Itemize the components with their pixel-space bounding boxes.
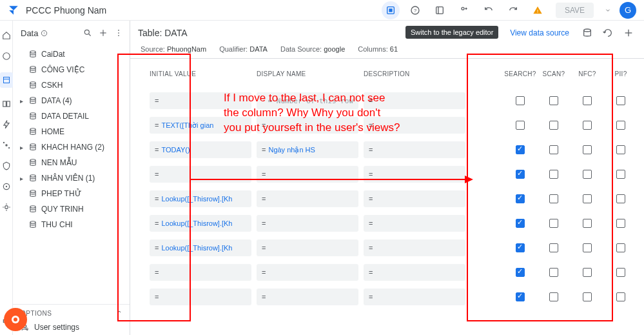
scan-checkbox[interactable] <box>537 170 571 179</box>
formula-cell[interactable]: = <box>150 289 251 305</box>
pii-checkbox[interactable] <box>604 243 638 252</box>
sidebar-item[interactable]: ▸NHÂN VIÊN (1) <box>13 170 130 186</box>
search-checkbox[interactable] <box>503 121 537 130</box>
actions-icon[interactable] <box>2 120 11 129</box>
formula-cell[interactable]: = <box>257 166 358 183</box>
formula-cell[interactable]: = <box>364 141 465 158</box>
undo-icon[interactable] <box>480 1 498 19</box>
home-icon[interactable] <box>2 31 11 40</box>
search-checkbox[interactable] <box>503 194 537 203</box>
formula-cell[interactable]: = <box>364 239 465 256</box>
preview-icon[interactable] <box>431 1 449 19</box>
sidebar-item[interactable]: CSKH <box>13 77 130 93</box>
warning-icon[interactable]: ! <box>529 1 547 19</box>
nfc-checkbox[interactable] <box>571 219 604 228</box>
views-icon[interactable] <box>2 99 11 108</box>
formula-cell[interactable]: = <box>150 166 251 183</box>
sidebar-item[interactable]: THU CHI <box>13 217 130 232</box>
svg-point-31 <box>30 66 35 69</box>
formula-cell[interactable]: =Lookup([_Thisrow].[Kh <box>150 215 251 232</box>
info-icon[interactable] <box>2 52 11 61</box>
intelligence-icon[interactable] <box>2 182 11 191</box>
formula-cell[interactable]: = <box>257 264 358 281</box>
sidebar-item[interactable]: DATA DETAIL <box>13 108 130 124</box>
formula-cell[interactable]: = <box>257 289 358 305</box>
security-icon[interactable] <box>2 161 11 170</box>
user-avatar[interactable]: G <box>620 2 636 19</box>
formula-cell[interactable]: = <box>364 289 465 305</box>
formula-cell[interactable]: =Lookup([_Thisrow].[Kh <box>150 239 251 256</box>
search-checkbox[interactable] <box>503 268 537 277</box>
share-icon[interactable] <box>455 1 473 19</box>
pii-checkbox[interactable] <box>604 170 638 179</box>
automation-icon[interactable] <box>2 141 11 150</box>
pii-checkbox[interactable] <box>604 268 638 277</box>
sidebar-item[interactable]: PHEP THỬ <box>13 186 130 201</box>
scan-checkbox[interactable] <box>537 145 571 154</box>
nfc-checkbox[interactable] <box>571 121 604 130</box>
scan-checkbox[interactable] <box>537 292 571 301</box>
columns-icon[interactable] <box>580 25 595 41</box>
formula-cell[interactable]: = <box>364 264 465 281</box>
scan-checkbox[interactable] <box>537 268 571 277</box>
formula-cell[interactable]: = <box>257 190 358 207</box>
scan-checkbox[interactable] <box>537 243 571 252</box>
save-dropdown-icon[interactable] <box>603 1 613 19</box>
formula-cell[interactable]: = <box>150 264 251 281</box>
pii-checkbox[interactable] <box>604 145 638 154</box>
options-header[interactable]: OPTIONS⌃ <box>13 305 130 320</box>
search-icon[interactable] <box>82 27 93 39</box>
formula-cell[interactable]: = <box>257 239 358 256</box>
search-checkbox[interactable] <box>503 219 537 228</box>
formula-cell[interactable]: = <box>257 215 358 232</box>
redo-icon[interactable] <box>504 1 522 19</box>
nfc-checkbox[interactable] <box>571 194 604 203</box>
scan-checkbox[interactable] <box>537 121 571 130</box>
sidebar-item[interactable]: ▸KHACH HANG (2) <box>13 139 130 155</box>
sidebar-item[interactable]: CaiDat <box>13 46 130 62</box>
nfc-checkbox[interactable] <box>571 292 604 301</box>
more-icon[interactable] <box>113 27 124 39</box>
user-settings-item[interactable]: User settings <box>13 320 130 335</box>
sidebar-item[interactable]: QUY TRINH <box>13 201 130 217</box>
sidebar-item[interactable]: NEN MẪU <box>13 155 130 170</box>
sidebar-item[interactable]: HOME <box>13 124 130 139</box>
nfc-checkbox[interactable] <box>571 96 604 105</box>
nfc-checkbox[interactable] <box>571 268 604 277</box>
manage-icon[interactable] <box>2 203 11 212</box>
help-icon[interactable]: ? <box>406 1 424 19</box>
search-checkbox[interactable] <box>503 96 537 105</box>
sidebar-item[interactable]: CÔNG VIỆC <box>13 62 130 77</box>
nfc-checkbox[interactable] <box>571 170 604 179</box>
pii-checkbox[interactable] <box>604 194 638 203</box>
save-button[interactable]: SAVE <box>556 3 594 18</box>
data-icon[interactable] <box>0 72 13 88</box>
formula-cell[interactable]: =Lookup([_Thisrow].[Kh <box>150 190 251 207</box>
search-checkbox[interactable] <box>503 243 537 252</box>
search-checkbox[interactable] <box>503 292 537 301</box>
add-icon[interactable] <box>97 27 109 39</box>
formula-cell[interactable]: =Ngày nhận HS <box>257 141 358 158</box>
scan-checkbox[interactable] <box>537 219 571 228</box>
view-data-source-link[interactable]: View data source <box>505 26 574 40</box>
feedback-badge-icon[interactable] <box>4 308 27 331</box>
add-column-icon[interactable] <box>621 25 636 41</box>
legacy-editor-toggle-icon[interactable] <box>382 1 400 19</box>
scan-checkbox[interactable] <box>537 96 571 105</box>
formula-cell[interactable]: =TODAY() <box>150 141 251 158</box>
formula-cell[interactable]: = <box>364 190 465 207</box>
pii-checkbox[interactable] <box>604 292 638 301</box>
pii-checkbox[interactable] <box>604 96 638 105</box>
sidebar-item[interactable]: ▸DATA (4) <box>13 93 130 108</box>
nfc-checkbox[interactable] <box>571 243 604 252</box>
sidebar-title: Data i <box>21 28 78 38</box>
scan-checkbox[interactable] <box>537 194 571 203</box>
pii-checkbox[interactable] <box>604 219 638 228</box>
pii-checkbox[interactable] <box>604 121 638 130</box>
formula-cell[interactable]: = <box>364 166 465 183</box>
nfc-checkbox[interactable] <box>571 145 604 154</box>
refresh-icon[interactable] <box>600 25 616 41</box>
formula-cell[interactable]: = <box>364 215 465 232</box>
search-checkbox[interactable] <box>503 170 537 179</box>
search-checkbox[interactable] <box>503 145 537 154</box>
